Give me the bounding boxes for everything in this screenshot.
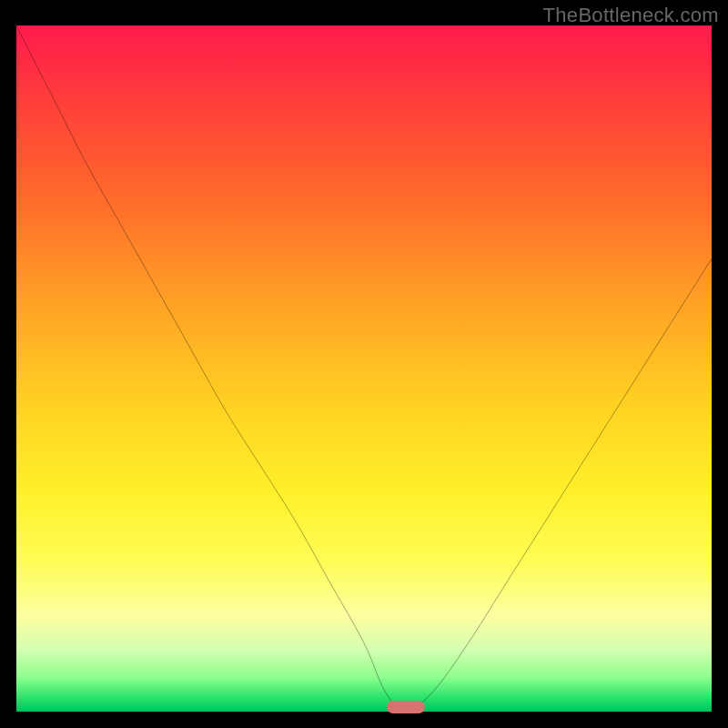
- watermark-text: TheBottleneck.com: [543, 4, 719, 27]
- bottleneck-curve: [16, 25, 712, 712]
- minimum-marker: [387, 701, 425, 713]
- curve-path: [16, 25, 712, 712]
- plot-area: [16, 25, 712, 712]
- chart-frame: TheBottleneck.com: [0, 0, 728, 728]
